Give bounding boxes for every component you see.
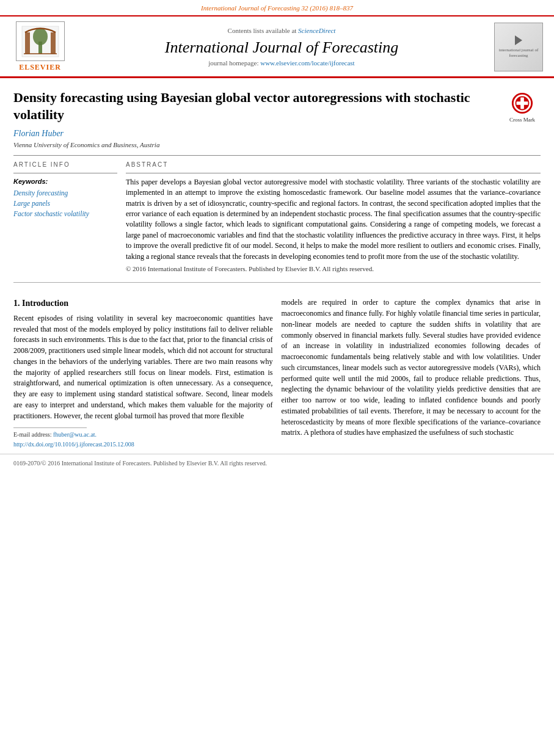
main-divider [13, 282, 541, 283]
introduction-right-text: models are required in order to capture … [282, 297, 541, 438]
body-right-col: models are required in order to capture … [282, 297, 541, 449]
main-content: Density forecasting using Bayesian globa… [0, 78, 554, 297]
article-title-section: Density forecasting using Bayesian globa… [13, 89, 541, 124]
article-info-divider [13, 173, 117, 173]
keyword-factor-stochastic: Factor stochastic volatility [13, 209, 117, 219]
bottom-footer: 0169-2070/© 2016 International Institute… [0, 454, 554, 473]
crossmark-icon [511, 92, 534, 115]
crossmark-label: Cross Mark [509, 116, 535, 124]
svg-rect-2 [51, 32, 56, 54]
journal-header: ELSEVIER Contents lists available at Sci… [0, 16, 554, 78]
journal-thumbnail: international journal of forecasting [494, 23, 543, 71]
author-name: Florian Huber [13, 128, 541, 140]
keyword-density-forecasting: Density forecasting [13, 188, 117, 198]
divider-after-author [13, 155, 541, 156]
crossmark-badge[interactable]: Cross Mark [504, 92, 541, 124]
article-info-label: ARTICLE INFO [13, 161, 117, 169]
abstract-text: This paper develops a Bayesian global ve… [126, 177, 541, 262]
thumb-label-text: international journal of forecasting [495, 48, 542, 59]
elsevier-wordmark: ELSEVIER [19, 62, 61, 73]
body-content: 1. Introduction Recent episodes of risin… [0, 297, 554, 449]
journal-center-info: Contents lists available at ScienceDirec… [75, 26, 488, 68]
elsevier-logo: ELSEVIER [11, 21, 69, 73]
contents-available-line: Contents lists available at ScienceDirec… [75, 26, 488, 35]
journal-title-header: International Journal of Forecasting [75, 38, 488, 57]
doi-line[interactable]: http://dx.doi.org/10.1016/j.ijforecast.2… [13, 440, 273, 449]
abstract-col: ABSTRACT This paper develops a Bayesian … [126, 161, 541, 274]
introduction-left-text: Recent episodes of rising volatility in … [13, 313, 273, 422]
footnote-divider [13, 427, 87, 428]
homepage-url[interactable]: www.elsevier.com/locate/ijforecast [260, 59, 354, 67]
abstract-label: ABSTRACT [126, 161, 541, 169]
author-affiliation: Vienna University of Economics and Busin… [13, 140, 541, 150]
abstract-divider [126, 173, 541, 173]
svg-rect-10 [517, 101, 528, 105]
svg-point-4 [33, 28, 48, 45]
sciencedirect-link[interactable]: ScienceDirect [298, 27, 335, 34]
copyright-text: © 2016 International Institute of Foreca… [126, 264, 541, 274]
keywords-label: Keywords: [13, 177, 117, 186]
footnote-email-link[interactable]: fhuber@wu.ac.at. [53, 431, 97, 438]
article-info-abstract-layout: ARTICLE INFO Keywords: Density forecasti… [13, 161, 541, 274]
footnote-email-line: E-mail address: fhuber@wu.ac.at. [13, 431, 273, 439]
elsevier-logo-art [16, 21, 65, 61]
keyword-large-panels: Large panels [13, 198, 117, 208]
article-title: Density forecasting using Bayesian globa… [13, 89, 498, 123]
journal-homepage-line: journal homepage: www.elsevier.com/locat… [75, 59, 488, 68]
svg-rect-1 [25, 32, 30, 54]
introduction-heading: 1. Introduction [13, 297, 273, 310]
body-left-col: 1. Introduction Recent episodes of risin… [13, 297, 273, 449]
journal-reference: International Journal of Forecasting 32 … [0, 0, 554, 16]
play-icon [515, 35, 522, 45]
article-info-col: ARTICLE INFO Keywords: Density forecasti… [13, 161, 117, 274]
